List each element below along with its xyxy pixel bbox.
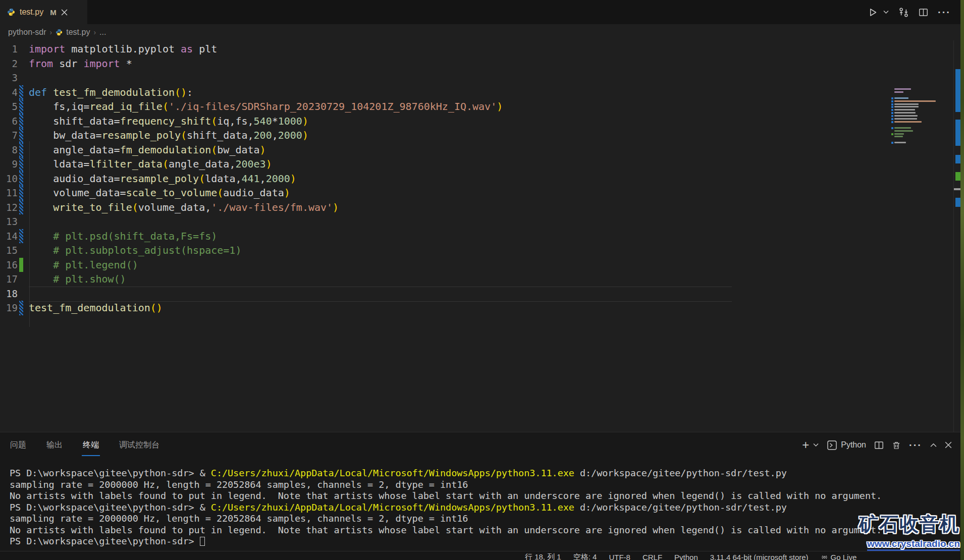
terminal-line: sampling rate = 2000000 Hz, length = 220… [10,479,959,491]
code-line[interactable]: 9 ldata=lfilter_data(angle_data,200e3) [0,157,888,172]
open-changes-icon[interactable] [898,7,909,18]
line-number[interactable]: 17 [0,273,18,285]
code-line[interactable]: 11 volume_data=scale_to_volume(audio_dat… [0,186,888,200]
editor-more-actions-icon[interactable]: ··· [938,10,951,15]
breadcrumb-folder[interactable]: python-sdr [8,28,46,37]
code-line[interactable]: 12 write_to_file(volume_data,'./wav-file… [0,200,888,215]
minimap-line [894,133,904,135]
code-line[interactable]: 13 [0,214,888,229]
code-line[interactable]: 4def test_fm_demodulation(): [0,85,888,100]
tab-test-py[interactable]: test.py M [0,0,87,24]
chevron-right-icon: › [93,28,96,36]
code-editor[interactable]: 1import matplotlib.pyplot as plt2from sd… [0,40,960,432]
cursor-position-item[interactable]: 行 18, 列 1 [525,552,561,560]
minimap-line [894,118,917,120]
code-text: # plt.psd(shift_data,Fs=fs) [29,230,217,242]
minimap-line [894,136,903,137]
line-number[interactable]: 12 [0,202,18,213]
git-modified-marker [19,186,23,200]
code-text: from sdr import * [29,58,132,70]
line-number[interactable]: 3 [0,72,18,83]
minimap-line [894,109,915,110]
minimap-line [894,88,911,90]
chevron-right-icon: › [50,28,52,36]
line-number[interactable]: 15 [0,245,18,256]
minimap-line [894,100,936,102]
eol-item[interactable]: CRLF [642,553,662,560]
terminal-instance-item[interactable]: Python [827,440,866,451]
code-line[interactable]: 16 # plt.legend() [0,258,888,272]
git-gutter-spacer [19,287,23,301]
overview-ruler[interactable] [953,40,960,432]
line-number[interactable]: 18 [0,288,18,299]
panel-header: 问题输出终端调试控制台 + Python ··· [0,432,964,458]
line-number[interactable]: 16 [0,259,18,270]
tab-close-icon[interactable] [61,9,68,16]
language-mode-item[interactable]: Python [674,553,698,560]
kill-terminal-icon[interactable] [892,440,901,450]
maximize-panel-chevron-up-icon[interactable] [930,443,937,447]
encoding-item[interactable]: UTF-8 [609,553,630,560]
broadcast-icon [821,553,828,560]
line-number[interactable]: 8 [0,144,18,155]
code-line[interactable]: 10 audio_data=resample_poly(ldata,441,20… [0,172,888,186]
line-number[interactable]: 9 [0,158,18,170]
minimap-git-modified-marker [891,121,893,123]
code-line[interactable]: 15 # plt.subplots_adjust(hspace=1) [0,243,888,258]
code-line[interactable]: 1import matplotlib.pyplot as plt [0,42,888,57]
run-dropdown-chevron-icon[interactable] [883,10,889,14]
minimap-line [894,106,919,107]
split-terminal-icon[interactable] [874,440,884,450]
run-button[interactable] [868,8,878,17]
panel-tab-item[interactable]: 调试控制台 [118,434,160,456]
panel-more-actions-icon[interactable]: ··· [909,442,922,447]
status-bar: 行 18, 列 1空格: 4UTF-8CRLFPython3.11.4 64-b… [0,551,964,560]
code-line[interactable]: 5 fs,iq=read_iq_file('./iq-files/SDRShar… [0,99,888,114]
terminal-dropdown-chevron-icon[interactable] [813,443,819,447]
line-number[interactable]: 1 [0,43,18,54]
panel-tab-item[interactable]: 问题 [9,434,27,456]
indentation-item[interactable]: 空格: 4 [573,552,597,560]
new-terminal-icon[interactable]: + [802,440,809,450]
tab-label: test.py [20,8,43,17]
python-interpreter-item[interactable]: 3.11.4 64-bit (microsoft store) [710,553,809,560]
minimap-git-modified-marker [891,106,893,108]
line-number[interactable]: 4 [0,87,18,98]
code-line[interactable]: 17 # plt.show() [0,272,888,287]
line-number[interactable]: 14 [0,231,18,242]
code-line[interactable]: 14 # plt.psd(shift_data,Fs=fs) [0,229,888,244]
line-number[interactable]: 11 [0,187,18,198]
code-line[interactable]: 2from sdr import * [0,57,888,71]
line-number[interactable]: 6 [0,116,18,127]
terminal-output[interactable]: PS D:\workspace\gitee\python-sdr> & C:/U… [10,468,959,547]
close-panel-icon[interactable] [945,441,952,449]
minimap[interactable] [894,88,941,154]
go-live-item[interactable]: Go Live [821,553,857,560]
git-modified-marker [19,301,23,315]
git-modified-marker [19,99,23,114]
line-number[interactable]: 19 [0,302,18,313]
panel-tab-active[interactable]: 终端 [82,434,100,456]
code-line[interactable]: 8 angle_data=fm_demodulation(bw_data) [0,143,888,157]
code-text: audio_data=resample_poly(ldata,441,2000) [29,173,296,185]
panel-tabs: 问题输出终端调试控制台 [9,434,160,456]
line-number[interactable]: 7 [0,130,18,141]
panel-tab-item[interactable]: 输出 [45,434,64,456]
breadcrumb-symbol-ellipsis[interactable]: ... [99,28,106,37]
code-line[interactable]: 6 shift_data=frequency_shift(iq,fs,540*1… [0,114,888,129]
line-number[interactable]: 5 [0,101,18,112]
minimap-git-added-marker [891,133,893,135]
code-line[interactable]: 3 [0,71,888,85]
code-line[interactable]: 7 bw_data=resample_poly(shift_data,200,2… [0,128,888,143]
minimap-line [894,97,908,99]
code-text: angle_data=fm_demodulation(bw_data) [29,144,266,156]
line-number[interactable]: 13 [0,216,18,227]
code-line[interactable]: 18 [0,287,888,301]
minimap-line [894,121,922,123]
breadcrumb-file[interactable]: test.py [66,28,90,37]
code-line[interactable]: 19test_fm_demodulation() [0,301,888,315]
split-editor-icon[interactable] [919,8,928,17]
line-number[interactable]: 10 [0,173,18,184]
minimap-line [894,115,918,117]
line-number[interactable]: 2 [0,58,18,69]
